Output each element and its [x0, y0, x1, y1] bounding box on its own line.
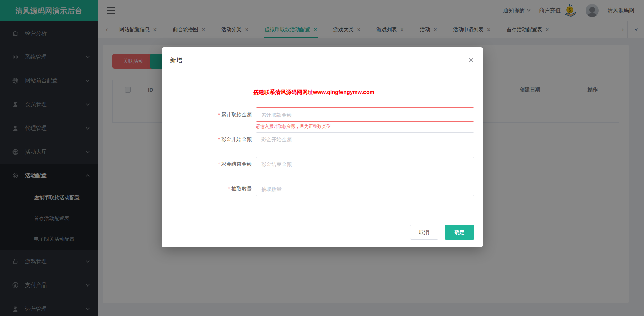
input-bonus-start-amount[interactable] [256, 132, 474, 146]
dialog-footer: 取消 确定 [410, 225, 474, 240]
required-asterisk: * [228, 186, 230, 192]
cancel-button[interactable]: 取消 [410, 225, 438, 240]
dialog-title: 新增 [170, 56, 182, 64]
form-row-cumulative-withdrawal-amount: *累计取款金额请输入累计取款金额，且为正整数类型 [162, 107, 474, 122]
confirm-button[interactable]: 确定 [445, 225, 474, 240]
add-dialog: 新增 ✕ 搭建联系清风源码网网址www.qingfengymw.com *累计取… [162, 47, 483, 247]
promo-text: 搭建联系清风源码网网址www.qingfengymw.com [162, 89, 466, 96]
field-label: *彩金开始金额 [162, 132, 256, 146]
app-window: 清风源码网演示后台 经营分析系统管理网站前台配置会员管理代理管理活动大厅活动配置… [0, 0, 644, 316]
field-label: *抽取数量 [162, 182, 256, 196]
dialog-close-icon[interactable]: ✕ [468, 57, 474, 64]
input-draw-quantity[interactable] [256, 182, 474, 196]
form-row-bonus-start-amount: *彩金开始金额 [162, 132, 474, 146]
form-row-bonus-end-amount: *彩金结束金额 [162, 157, 474, 171]
input-cumulative-withdrawal-amount[interactable] [256, 107, 474, 122]
field-label: *累计取款金额 [162, 107, 256, 122]
dialog-form: *累计取款金额请输入累计取款金额，且为正整数类型*彩金开始金额*彩金结束金额*抽… [162, 107, 474, 206]
input-bonus-end-amount[interactable] [256, 157, 474, 171]
required-asterisk: * [218, 136, 220, 142]
form-row-draw-quantity: *抽取数量 [162, 182, 474, 196]
field-label: *彩金结束金额 [162, 157, 256, 171]
field-error-message: 请输入累计取款金额，且为正整数类型 [256, 123, 331, 130]
required-asterisk: * [218, 161, 220, 167]
required-asterisk: * [218, 112, 220, 117]
